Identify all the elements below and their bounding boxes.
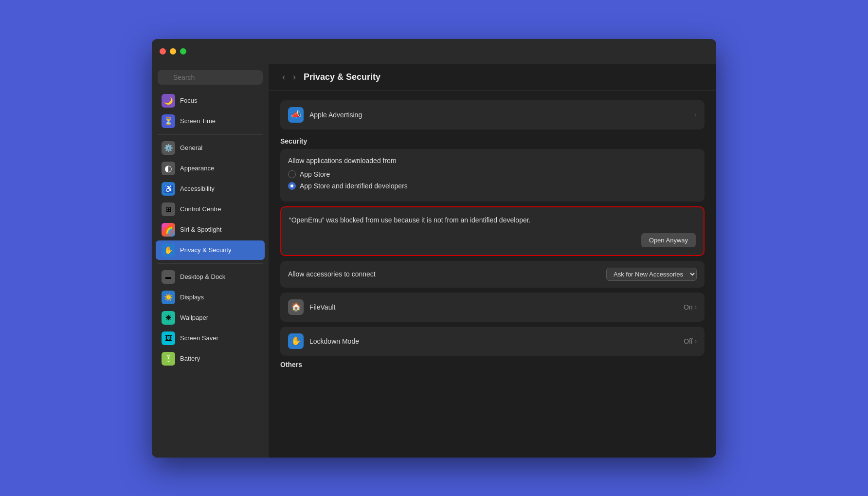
control-centre-icon: ⊞: [162, 202, 175, 216]
sidebar-item-wallpaper[interactable]: ❋ Wallpaper: [156, 308, 265, 328]
sidebar-item-screen-saver[interactable]: 🖼 Screen Saver: [156, 329, 265, 348]
sidebar-item-label: Screen Saver: [180, 334, 218, 342]
open-anyway-button[interactable]: Open Anyway: [641, 233, 696, 247]
blocked-app-box: “OpenEmu” was blocked from use because i…: [280, 206, 705, 256]
privacy-security-icon: ✋: [162, 243, 175, 257]
sidebar-divider-2: [158, 263, 263, 264]
apple-advertising-chevron: ›: [695, 111, 697, 118]
screen-time-icon: ⏳: [162, 114, 175, 128]
apple-advertising-item[interactable]: 📣 Apple Advertising ›: [280, 100, 705, 129]
sidebar-item-label: Wallpaper: [180, 314, 208, 321]
filevault-icon: 🏠: [288, 299, 304, 315]
sidebar-item-label: Focus: [180, 97, 197, 104]
sidebar-item-siri-spotlight[interactable]: 🌈 Siri & Spotlight: [156, 220, 265, 239]
apple-advertising-icon: 📣: [288, 107, 304, 123]
siri-icon: 🌈: [162, 223, 175, 237]
sidebar-item-screen-time[interactable]: ⏳ Screen Time: [156, 111, 265, 131]
accessories-label: Allow accessories to connect: [288, 270, 376, 278]
search-input[interactable]: [158, 70, 263, 85]
sidebar-item-label: Desktop & Dock: [180, 273, 225, 280]
accessibility-icon: ♿: [162, 182, 175, 196]
sidebar-item-label: Control Centre: [180, 205, 221, 213]
general-icon: ⚙️: [162, 141, 175, 155]
blocked-message: “OpenEmu” was blocked from use because i…: [289, 215, 696, 225]
maximize-button[interactable]: [180, 48, 186, 55]
content-area: 🔍 🌙 Focus ⏳ Screen Time ⚙️ General: [152, 64, 716, 458]
apple-advertising-label: Apple Advertising: [309, 111, 695, 119]
allow-apps-label: Allow applications downloaded from: [288, 157, 697, 165]
radio-label-app-store: App Store: [300, 170, 330, 178]
main-header: ‹ › Privacy & Security: [269, 64, 716, 91]
forward-button[interactable]: ›: [291, 71, 298, 83]
page-title: Privacy & Security: [304, 72, 380, 82]
sidebar-item-general[interactable]: ⚙️ General: [156, 138, 265, 158]
sidebar-item-accessibility[interactable]: ♿ Accessibility: [156, 179, 265, 199]
filevault-row: 🏠 FileVault On ›: [280, 293, 705, 322]
search-wrapper: 🔍: [158, 70, 263, 85]
sidebar-item-privacy-security[interactable]: ✋ Privacy & Security: [156, 240, 265, 260]
lockdown-label: Lockdown Mode: [309, 337, 684, 345]
main-content: ‹ › Privacy & Security 📣 Apple Advertisi…: [269, 64, 716, 458]
lockdown-chevron: ›: [695, 337, 697, 345]
sidebar-item-label: Privacy & Security: [180, 246, 231, 254]
sidebar-item-label: Battery: [180, 355, 200, 362]
sidebar-divider: [158, 134, 263, 135]
security-section-title: Security: [280, 137, 705, 145]
radio-circle-app-store: [288, 170, 296, 178]
traffic-lights: [160, 48, 186, 55]
sidebar-item-focus[interactable]: 🌙 Focus: [156, 91, 265, 110]
sidebar-item-label: Accessibility: [180, 185, 215, 192]
back-button[interactable]: ‹: [280, 71, 287, 83]
sidebar-item-displays[interactable]: ☀️ Displays: [156, 288, 265, 307]
sidebar-item-label: Displays: [180, 294, 204, 301]
radio-label-identified: App Store and identified developers: [300, 182, 408, 190]
minimize-button[interactable]: [170, 48, 176, 55]
screen-saver-icon: 🖼: [162, 331, 175, 345]
filevault-item[interactable]: 🏠 FileVault On ›: [280, 293, 705, 322]
sidebar-item-appearance[interactable]: ◐ Appearance: [156, 159, 265, 178]
titlebar: [152, 39, 716, 64]
battery-icon: 🔋: [162, 352, 175, 366]
focus-icon: 🌙: [162, 94, 175, 108]
main-body: 📣 Apple Advertising › Security Allow app…: [269, 91, 716, 378]
displays-icon: ☀️: [162, 291, 175, 304]
radio-app-store[interactable]: App Store: [288, 170, 697, 178]
others-section-title: Others: [280, 361, 705, 368]
accessories-row: Allow accessories to connect Ask for New…: [280, 261, 705, 288]
filevault-label: FileVault: [309, 303, 684, 311]
sidebar-item-control-centre[interactable]: ⊞ Control Centre: [156, 200, 265, 219]
sidebar: 🔍 🌙 Focus ⏳ Screen Time ⚙️ General: [152, 64, 269, 458]
lockdown-value: Off: [684, 337, 692, 345]
apple-advertising-row: 📣 Apple Advertising ›: [280, 100, 705, 129]
filevault-value: On: [684, 303, 693, 311]
lockdown-icon: ✋: [288, 333, 304, 349]
sidebar-item-battery[interactable]: 🔋 Battery: [156, 349, 265, 368]
sidebar-item-desktop-dock[interactable]: ▬ Desktop & Dock: [156, 267, 265, 287]
sidebar-item-label: Siri & Spotlight: [180, 226, 221, 233]
sidebar-item-label: General: [180, 144, 202, 151]
lockdown-item[interactable]: ✋ Lockdown Mode Off ›: [280, 327, 705, 356]
close-button[interactable]: [160, 48, 166, 55]
appearance-icon: ◐: [162, 162, 175, 175]
sidebar-item-label: Appearance: [180, 165, 214, 172]
lockdown-row: ✋ Lockdown Mode Off ›: [280, 327, 705, 356]
desktop-dock-icon: ▬: [162, 270, 175, 284]
accessories-select[interactable]: Ask for New Accessories Always Never: [606, 268, 697, 281]
security-box: Allow applications downloaded from App S…: [280, 149, 705, 202]
open-anyway-container: Open Anyway: [289, 233, 696, 247]
search-container: 🔍: [152, 70, 269, 91]
sidebar-item-label: Screen Time: [180, 117, 216, 125]
wallpaper-icon: ❋: [162, 311, 175, 325]
settings-window: 🔍 🌙 Focus ⏳ Screen Time ⚙️ General: [152, 39, 716, 458]
radio-app-store-identified[interactable]: App Store and identified developers: [288, 182, 697, 190]
filevault-chevron: ›: [695, 303, 697, 311]
radio-circle-identified: [288, 182, 296, 190]
